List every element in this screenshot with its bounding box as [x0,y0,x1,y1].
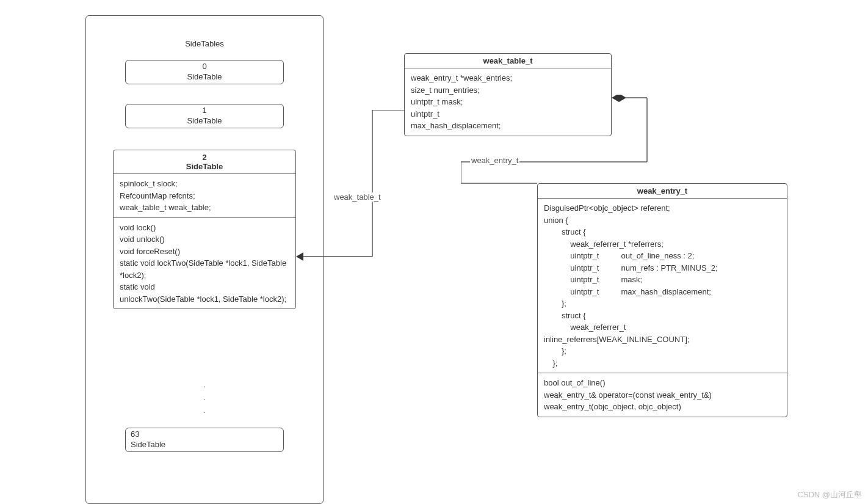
sidetable-label: SideTable [131,440,278,450]
sidetable-index: 63 [131,429,278,440]
sidetable-item-0: 0 SideTable [125,60,284,84]
weak-table-box: weak_table_t weak_entry_t *weak_entries;… [404,53,612,136]
sidetable-label: SideTable [128,72,281,82]
label-weak-table: weak_table_t [333,192,382,202]
weak-table-body: weak_entry_t *weak_entries; size_t num_e… [405,68,611,136]
sidetable-detailed-fields: spinlock_t slock; RefcountMap refcnts; w… [114,174,295,218]
sidetable-item-1: 1 SideTable [125,104,284,128]
sidetable-index: 0 [128,62,281,72]
sidetable-index: 1 [128,106,281,116]
sidetable-detailed-index: 2 [118,153,291,162]
ellipsis: . . . [195,379,214,417]
sidetable-detailed-header: 2 SideTable [114,150,295,174]
weak-entry-title: weak_entry_t [538,184,787,199]
sidetable-label: SideTable [128,116,281,126]
label-weak-entry: weak_entry_t [470,156,519,165]
weak-entry-box: weak_entry_t DisguisedPtr<objc_object> r… [537,183,787,417]
watermark: CSDN @山河丘壑 [797,489,862,500]
weak-entry-methods: bool out_of_line() weak_entry_t& operato… [538,373,787,417]
weak-table-title: weak_table_t [405,54,611,68]
sidetable-detailed-methods: void lock() void unlock() void forceRese… [114,218,295,309]
sidetable-item-last: 63 SideTable [125,428,284,452]
sidetables-title: SideTables [86,16,323,54]
weak-entry-fields: DisguisedPtr<objc_object> referent; unio… [538,199,787,373]
sidetable-detailed: 2 SideTable spinlock_t slock; RefcountMa… [113,150,296,309]
sidetable-detailed-title: SideTable [118,162,291,171]
